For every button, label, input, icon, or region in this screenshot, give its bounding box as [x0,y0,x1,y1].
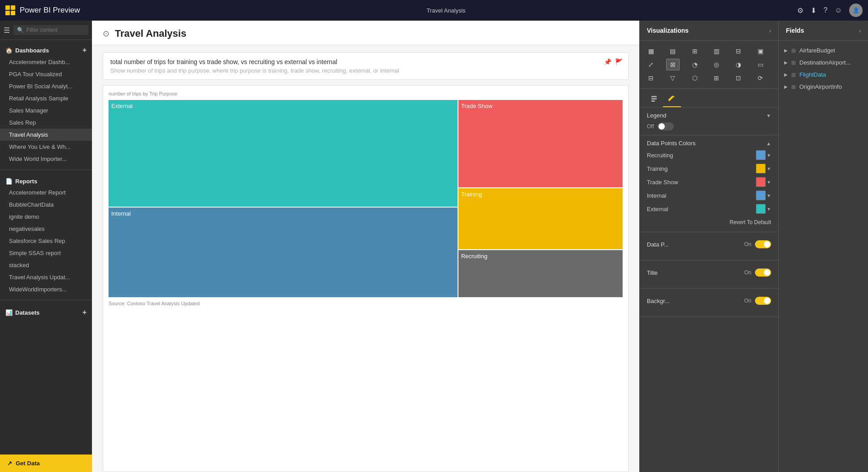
field-expand-icon: ▶ [784,72,788,77]
sidebar-item[interactable]: Power BI Social Analyt... [0,80,92,92]
viz-icon-gauge[interactable]: ◑ [732,59,745,70]
datasets-section-header[interactable]: 📊 Datasets + [0,305,92,318]
dashboards-section-header[interactable]: 🏠 Dashboards + [0,43,92,56]
sidebar-item[interactable]: Simple SSAS report [0,247,92,259]
field-item-originairport[interactable]: ▶ ⊞ OriginAirportInfo [779,81,868,93]
flag-icon[interactable]: 🚩 [615,58,623,65]
viz-icon-line[interactable]: ⊟ [732,45,745,57]
visualizations-panel: Visualizations › ▦ ▤ ⊞ ▥ ⊟ ▣ ⤢ ⊠ ◔ ◎ ◑ ▭… [639,21,778,472]
sidebar-search-box[interactable]: 🔍 [13,25,88,35]
hamburger-icon[interactable]: ☰ [4,26,10,35]
tab-format[interactable] [663,92,681,107]
viz-icon-matrix[interactable]: ⊡ [732,72,745,84]
user-avatar[interactable]: 👤 [849,4,863,17]
treemap-cell-internal[interactable]: Internal [109,208,458,297]
field-item-flightdata[interactable]: ▶ ⊞ FlightData [779,69,868,81]
field-table-icon: ⊞ [791,48,796,54]
color-recruiting-label: Recruiting [647,152,673,159]
title-toggle[interactable] [755,268,771,277]
title-toggle-label: On [744,269,751,276]
field-item-destination[interactable]: ▶ ⊞ DestinationAirport... [779,56,868,69]
field-item-airfare[interactable]: ▶ ⊞ AirfareBudget [779,44,868,56]
viz-icon-clustered-bar[interactable]: ⊞ [688,45,702,57]
page-header: ⊙ Travel Analysis [92,21,639,45]
data-p-section-header[interactable]: Data P... On [647,240,771,248]
background-section-header[interactable]: Backgr... On [647,297,771,305]
qa-box[interactable]: Show number of trips and trip purpose, w… [103,52,628,80]
sidebar-item[interactable]: Accelerometer Report [0,186,92,199]
app-title: Power BI Preview [20,6,80,15]
search-input[interactable] [26,27,85,33]
viz-icon-waterfall[interactable]: ⊟ [644,72,658,84]
viz-icon-table[interactable]: ⊞ [710,72,723,84]
viz-icon-funnel[interactable]: ▽ [666,72,680,84]
color-swatch-external[interactable]: ▼ [756,204,771,214]
fields-panel-chevron-icon[interactable]: › [859,27,861,34]
sidebar-item[interactable]: BubbleChartData [0,199,92,211]
data-p-toggle[interactable] [755,240,771,248]
settings-icon[interactable]: ⚙ [797,6,803,15]
treemap-cell-training[interactable]: Training [458,188,623,249]
sidebar-item-retail-analysis[interactable]: Retail Analysis Sample [0,92,92,104]
legend-section: Legend ▼ Off [640,108,778,135]
color-swatch-tradeshow[interactable]: ▼ [756,177,771,187]
back-button[interactable]: ⊙ [103,29,109,39]
sidebar-item[interactable]: Sales Rep [0,117,92,129]
reports-section-header[interactable]: 📄 Reports [0,174,92,186]
color-row-recruiting: Recruiting ▼ [647,150,771,160]
data-points-colors-header[interactable]: Data Points Colors ▲ [647,140,771,147]
qa-input[interactable] [110,58,621,65]
help-icon[interactable]: ? [824,6,828,14]
sidebar-item[interactable]: ignite demo [0,211,92,223]
download-icon[interactable]: ⬇ [811,6,816,15]
title-section-header[interactable]: Title On [647,268,771,277]
treemap-cell-external[interactable]: External [109,100,458,207]
sidebar-item[interactable]: Salesforce Sales Rep [0,235,92,247]
viz-icon-stacked-bar[interactable]: ▤ [666,45,680,57]
treemap-container[interactable]: External Internal Trade Show Training [109,100,623,297]
viz-icon-area[interactable]: ▣ [754,45,767,57]
viz-icon-bar[interactable]: ▦ [644,45,658,57]
sidebar-item-where-you-live[interactable]: Where You Live & Wh... [0,141,92,153]
color-swatch-training[interactable]: ▼ [756,164,771,173]
sidebar-item[interactable]: Wide World Importer... [0,153,92,165]
color-swatch-training-box [756,164,766,173]
search-icon: 🔍 [17,27,24,33]
viz-icon-pie[interactable]: ◔ [688,59,702,70]
tab-fields[interactable] [645,92,663,107]
color-swatch-external-box [756,204,766,214]
sidebar-item[interactable]: Sales Manager [0,104,92,117]
sidebar-item[interactable]: PGA Tour Visualized [0,68,92,80]
treemap-cell-recruiting[interactable]: Recruiting [458,250,623,297]
viz-icon-scatter[interactable]: ⤢ [644,59,658,70]
background-toggle[interactable] [755,297,771,305]
sidebar-item[interactable]: Accelerometer Dashb... [0,56,92,68]
data-points-colors-chevron-icon: ▲ [766,141,771,146]
topbar: Power BI Preview Travel Analysis ⚙ ⬇ ? ☺… [0,0,868,21]
viz-icon-custom[interactable]: ⟳ [754,72,767,84]
viz-icon-card[interactable]: ▭ [754,59,767,70]
legend-toggle[interactable] [658,122,674,130]
color-swatch-recruiting[interactable]: ▼ [756,150,771,160]
sidebar-item[interactable]: WideWorldImporters... [0,283,92,295]
viz-icon-treemap[interactable]: ⊠ [666,59,680,70]
smiley-icon[interactable]: ☺ [835,6,842,14]
legend-label: Legend [647,112,666,119]
revert-to-default-button[interactable]: Revert To Default [647,217,771,227]
sidebar-item[interactable]: stacked [0,259,92,271]
viz-panel-chevron-icon[interactable]: › [769,27,771,34]
color-swatch-internal[interactable]: ▼ [756,191,771,200]
viz-icon-map[interactable]: ⬡ [688,72,702,84]
field-expand-icon: ▶ [784,60,788,65]
treemap-cell-tradeshow[interactable]: Trade Show [458,100,623,187]
sidebar-item-travel-analysis[interactable]: Travel Analysis [0,129,92,141]
viz-icon-100-bar[interactable]: ▥ [710,45,723,57]
viz-icon-donut[interactable]: ◎ [710,59,723,70]
add-dashboard-button[interactable]: + [83,46,87,54]
pin-icon[interactable]: 📌 [604,58,611,65]
add-dataset-button[interactable]: + [83,308,87,316]
legend-section-header[interactable]: Legend ▼ [647,112,771,119]
sidebar-item[interactable]: Travel Analysis Updat... [0,271,92,283]
get-data-button[interactable]: ↗ Get Data [0,455,92,472]
sidebar-item[interactable]: negativesales [0,223,92,235]
